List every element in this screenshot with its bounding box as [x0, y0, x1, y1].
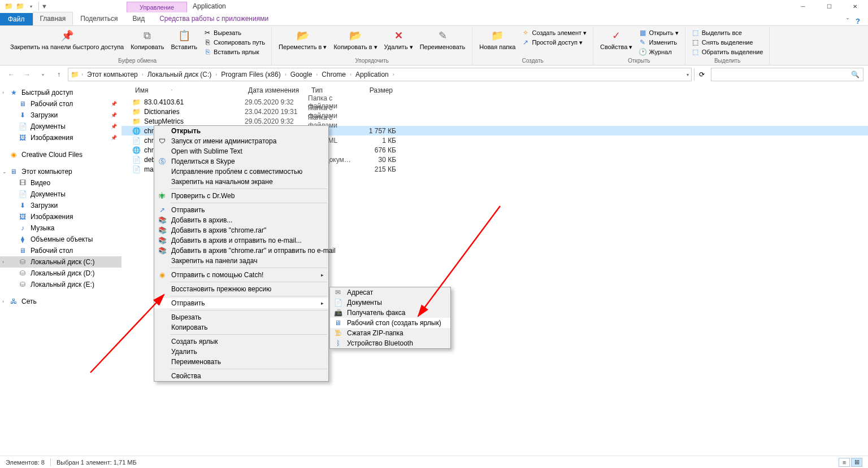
edit-button[interactable]: ✎Изменить [637, 38, 680, 47]
ribbon-collapse-icon[interactable]: ˇ [847, 18, 849, 25]
recent-dropdown[interactable]: ▾ [36, 68, 50, 81]
nav-disk-c[interactable]: ›⛁Локальный диск (C:) [0, 256, 121, 268]
invert-selection-button[interactable]: ⬚Обратить выделение [690, 47, 765, 56]
ctx-add-archive-email[interactable]: 📚Добавить в архив и отправить по e-mail.… [154, 235, 328, 246]
nav-downloads-pc[interactable]: ⬇Загрузки [0, 200, 121, 211]
pin-quick-access-button[interactable]: 📌Закрепить на панели быстрого доступа [8, 27, 126, 51]
nav-videos[interactable]: 🎞Видео [0, 177, 121, 189]
up-button[interactable]: ↑ [52, 68, 66, 81]
tab-file[interactable]: Файл [0, 13, 33, 25]
nav-desktop[interactable]: 🖥Рабочий стол📌 [0, 98, 121, 110]
crumb-google[interactable]: Google [289, 71, 314, 78]
ctx-send-to[interactable]: Отправить▸ [154, 298, 328, 308]
ctx-restore-prev[interactable]: Восстановить прежнюю версию [154, 284, 328, 294]
copy-path-button[interactable]: ⎘Скопировать путь [202, 38, 267, 47]
minimize-button[interactable]: ─ [790, 0, 816, 12]
nav-disk-e[interactable]: ⛁Локальный диск (E:) [0, 279, 121, 290]
search-input[interactable]: 🔍 [711, 68, 863, 81]
view-details-button[interactable]: ≡ [839, 458, 850, 467]
paste-shortcut-button[interactable]: ⎘Вставить ярлык [202, 47, 267, 56]
easy-access-button[interactable]: ↗Простой доступ ▾ [520, 38, 588, 47]
ctx-rename[interactable]: Переименовать [154, 357, 328, 367]
open-button[interactable]: ▦Открыть ▾ [637, 28, 680, 37]
ctx-drweb[interactable]: 🕷Проверить с Dr.Web [154, 191, 328, 201]
contextual-tab-manage[interactable]: Управление [127, 2, 187, 12]
nav-network[interactable]: ›🖧Сеть [0, 296, 121, 307]
col-type[interactable]: Тип [308, 86, 359, 94]
copy-button[interactable]: ⧉Копировать [128, 27, 166, 51]
qat-overflow[interactable]: ▼ [41, 3, 47, 10]
back-button[interactable]: ← [5, 68, 18, 81]
help-icon[interactable]: ? [856, 17, 860, 25]
ctx-send[interactable]: ↗Отправить [154, 205, 328, 215]
history-button[interactable]: 🕑Журнал [637, 47, 680, 56]
nav-disk-d[interactable]: ⛁Локальный диск (D:) [0, 268, 121, 279]
file-row[interactable]: 📁SetupMetrics29.05.2020 9:32Папка с файл… [121, 116, 868, 126]
sub-zip[interactable]: 🗜Сжатая ZIP-папка [330, 328, 450, 338]
cut-button[interactable]: ✂Вырезать [202, 28, 267, 37]
select-all-button[interactable]: ⬚Выделить все [690, 28, 765, 37]
sub-desktop-shortcut[interactable]: 🖥Рабочий стол (создать ярлык) [330, 318, 450, 328]
nav-music[interactable]: ♪Музыка [0, 222, 121, 234]
copy-to-button[interactable]: 📂Копировать в ▾ [331, 27, 379, 51]
qat-folder-icon[interactable]: 📁 [15, 1, 25, 11]
qat-dropdown[interactable]: ▾ [26, 1, 36, 11]
tab-share[interactable]: Поделиться [73, 12, 125, 25]
tab-app-tools[interactable]: Средства работы с приложениями [152, 12, 276, 25]
navigation-pane[interactable]: ›★Быстрый доступ 🖥Рабочий стол📌 ⬇Загрузк… [0, 84, 121, 456]
paste-button[interactable]: 📋Вставить [168, 27, 199, 51]
nav-desktop-pc[interactable]: 🖥Рабочий стол [0, 245, 121, 256]
move-to-button[interactable]: 📂Переместить в ▾ [276, 27, 329, 51]
sub-fax[interactable]: 📠Получатель факса [330, 308, 450, 318]
file-row[interactable]: 📁83.0.4103.6129.05.2020 9:32Папка с файл… [121, 97, 868, 107]
sub-documents[interactable]: 📄Документы [330, 298, 450, 308]
breadcrumb-bar[interactable]: 📁 › Этот компьютер› Локальный диск (C:)›… [68, 68, 692, 81]
col-size[interactable]: Размер [359, 86, 396, 94]
nav-pictures[interactable]: 🖼Изображения📌 [0, 132, 121, 143]
refresh-button[interactable]: ⟳ [694, 68, 709, 81]
send-to-submenu[interactable]: ✉Адресат 📄Документы 📠Получатель факса 🖥Р… [329, 287, 451, 349]
ctx-add-archive[interactable]: 📚Добавить в архив... [154, 215, 328, 225]
view-large-icons-button[interactable]: ⊞ [851, 458, 862, 467]
ctx-compat[interactable]: Исправление проблем с совместимостью [154, 167, 328, 177]
nav-creative-cloud[interactable]: ◉Creative Cloud Files [0, 149, 121, 160]
properties-button[interactable]: ✓Свойства ▾ [598, 27, 635, 51]
ctx-cut[interactable]: Вырезать [154, 312, 328, 322]
ctx-pin-taskbar[interactable]: Закрепить на панели задач [154, 256, 328, 266]
nav-downloads[interactable]: ⬇Загрузки📌 [0, 110, 121, 121]
ctx-delete[interactable]: Удалить [154, 347, 328, 357]
new-item-button[interactable]: ✧Создать элемент ▾ [520, 28, 588, 37]
close-button[interactable]: ✕ [842, 0, 868, 12]
ctx-pin-start[interactable]: Закрепить на начальном экране [154, 177, 328, 187]
ctx-open-sublime[interactable]: Open with Sublime Text [154, 146, 328, 156]
delete-button[interactable]: ✕Удалить ▾ [382, 27, 415, 51]
ctx-add-archive-chrome-email[interactable]: 📚Добавить в архив "chrome.rar" и отправи… [154, 246, 328, 256]
ctx-copy[interactable]: Копировать [154, 322, 328, 333]
crumb-program-files[interactable]: Program Files (x86) [219, 71, 282, 78]
nav-quick-access[interactable]: ›★Быстрый доступ [0, 87, 121, 98]
nav-3d-objects[interactable]: ⧫Объемные объекты [0, 234, 121, 245]
rename-button[interactable]: ✎Переименовать [418, 27, 468, 51]
nav-pictures-pc[interactable]: 🖼Изображения [0, 211, 121, 222]
crumb-disk-c[interactable]: Локальный диск (C:) [146, 71, 214, 78]
nav-this-pc[interactable]: ⌄🖥Этот компьютер [0, 166, 121, 177]
column-headers[interactable]: Имяˆ Дата изменения Тип Размер [121, 84, 868, 97]
nav-documents-pc[interactable]: 📄Документы [0, 189, 121, 200]
tab-home[interactable]: Главная [33, 12, 73, 25]
ctx-open[interactable]: Открыть [154, 126, 328, 136]
select-none-button[interactable]: ⬚Снять выделение [690, 38, 765, 47]
sub-bluetooth[interactable]: ᛒУстройство Bluetooth [330, 338, 450, 348]
col-date[interactable]: Дата изменения [245, 86, 308, 94]
new-folder-button[interactable]: 📁Новая папка [477, 27, 518, 51]
file-row[interactable]: 📁Dictionaries23.04.2020 19:31Папка с фай… [121, 107, 868, 116]
col-name[interactable]: Имяˆ [132, 86, 245, 94]
ctx-properties[interactable]: Свойства [154, 371, 328, 381]
crumb-application[interactable]: Application [354, 71, 390, 78]
crumb-chrome[interactable]: Chrome [320, 71, 348, 78]
context-menu[interactable]: Открыть 🛡Запуск от имени администратора … [154, 125, 329, 382]
ctx-add-archive-chrome[interactable]: 📚Добавить в архив "chrome.rar" [154, 225, 328, 235]
tab-view[interactable]: Вид [125, 12, 152, 25]
forward-button[interactable]: → [20, 68, 34, 81]
ctx-run-as-admin[interactable]: 🛡Запуск от имени администратора [154, 136, 328, 146]
addr-dropdown[interactable]: ▾ [687, 72, 689, 77]
